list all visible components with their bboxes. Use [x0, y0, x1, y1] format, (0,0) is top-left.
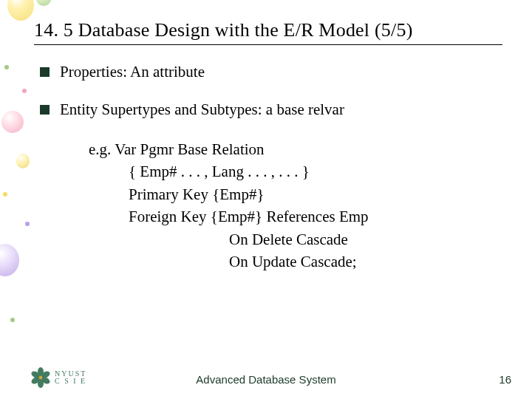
example-line: Foreign Key {Emp#} References Emp: [89, 205, 502, 228]
slide: 14. 5 Database Design with the E/R Model…: [0, 0, 532, 399]
page-number: 16: [499, 373, 511, 386]
example-block: e.g. Var Pgmr Base Relation { Emp# . . .…: [89, 138, 502, 273]
bullet-text: Properties: An attribute: [60, 63, 205, 81]
square-bullet-icon: [40, 67, 50, 77]
example-line: { Emp# . . . , Lang . . . , . . . }: [89, 160, 502, 183]
bullet-list: Properties: An attribute Entity Supertyp…: [40, 63, 502, 119]
bullet-text: Entity Supertypes and Subtypes: a base r…: [60, 100, 344, 119]
example-line: On Delete Cascade: [89, 228, 502, 250]
footer: NYUST C S I E Advanced Database System 1…: [0, 366, 532, 389]
example-line: Primary Key {Emp#}: [89, 183, 502, 205]
square-bullet-icon: [40, 105, 50, 115]
footer-title: Advanced Database System: [0, 373, 532, 386]
bullet-item: Properties: An attribute: [40, 63, 502, 81]
example-line: On Update Cascade;: [89, 250, 502, 273]
bullet-item: Entity Supertypes and Subtypes: a base r…: [40, 100, 502, 119]
example-line: e.g. Var Pgmr Base Relation: [89, 138, 502, 160]
slide-title: 14. 5 Database Design with the E/R Model…: [34, 19, 502, 45]
